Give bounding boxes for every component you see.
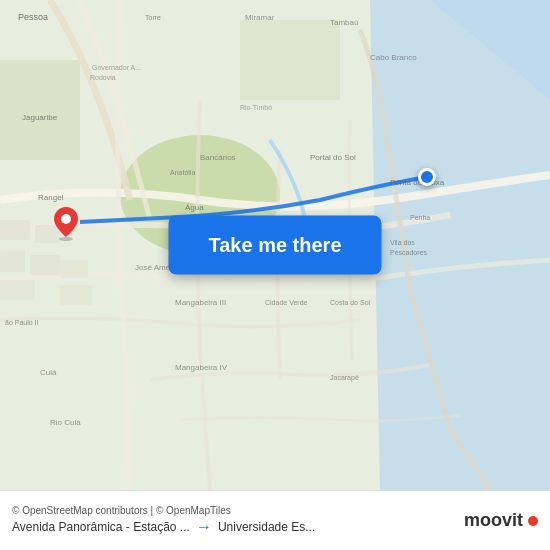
- svg-rect-6: [0, 220, 30, 240]
- svg-text:Anatólia: Anatólia: [170, 169, 195, 176]
- svg-text:Penha: Penha: [410, 214, 430, 221]
- svg-text:Vila dos: Vila dos: [390, 239, 415, 246]
- moovit-logo: moovit: [464, 510, 538, 531]
- destination-marker: [418, 168, 436, 186]
- svg-text:Rio Culá: Rio Culá: [50, 418, 81, 427]
- svg-rect-8: [0, 250, 25, 272]
- svg-text:Rodovia: Rodovia: [90, 74, 116, 81]
- take-me-there-button[interactable]: Take me there: [168, 216, 381, 275]
- svg-text:Culá: Culá: [40, 368, 57, 377]
- map-attribution: © OpenStreetMap contributors | © OpenMap…: [12, 505, 464, 516]
- svg-rect-10: [0, 280, 35, 300]
- svg-rect-9: [30, 255, 60, 275]
- bottom-bar: © OpenStreetMap contributors | © OpenMap…: [0, 490, 550, 550]
- svg-text:Mangabeira III: Mangabeira III: [175, 298, 226, 307]
- arrow-icon: →: [196, 518, 212, 536]
- svg-text:ão Paulo II: ão Paulo II: [5, 319, 39, 326]
- svg-rect-4: [0, 60, 80, 160]
- svg-text:Jacarapé: Jacarapé: [330, 374, 359, 382]
- moovit-dot: [528, 516, 538, 526]
- destination-label: Universidade Es...: [218, 520, 315, 534]
- svg-point-44: [59, 237, 73, 241]
- svg-text:Miramar: Miramar: [245, 13, 275, 22]
- svg-rect-12: [60, 285, 92, 305]
- svg-text:Governador A...: Governador A...: [92, 64, 141, 71]
- svg-rect-5: [240, 20, 340, 100]
- svg-text:Rio-Timbó: Rio-Timbó: [240, 104, 272, 111]
- svg-text:Cabo Branco: Cabo Branco: [370, 53, 417, 62]
- svg-point-45: [61, 214, 71, 224]
- svg-text:Pescadores: Pescadores: [390, 249, 427, 256]
- map-container: Pessoa Jaguaribe Rangel Água Bancários A…: [0, 0, 550, 490]
- svg-text:Mangabeira IV: Mangabeira IV: [175, 363, 228, 372]
- svg-text:Pessoa: Pessoa: [18, 12, 48, 22]
- svg-rect-11: [60, 260, 88, 278]
- route-info: © OpenStreetMap contributors | © OpenMap…: [12, 505, 464, 536]
- svg-text:Torre: Torre: [145, 14, 161, 21]
- svg-text:Cidade Verde: Cidade Verde: [265, 299, 308, 306]
- svg-text:Rangel: Rangel: [38, 193, 64, 202]
- moovit-text: moovit: [464, 510, 523, 531]
- svg-text:Tambaú: Tambaú: [330, 18, 358, 27]
- origin-marker: [52, 205, 80, 233]
- svg-text:Costa do Sol: Costa do Sol: [330, 299, 371, 306]
- origin-label: Avenida Panorâmica - Estação ...: [12, 520, 190, 534]
- svg-text:Portal do Sol: Portal do Sol: [310, 153, 356, 162]
- svg-text:Jaguaribe: Jaguaribe: [22, 113, 58, 122]
- svg-text:Água: Água: [185, 203, 204, 212]
- svg-text:Bancários: Bancários: [200, 153, 236, 162]
